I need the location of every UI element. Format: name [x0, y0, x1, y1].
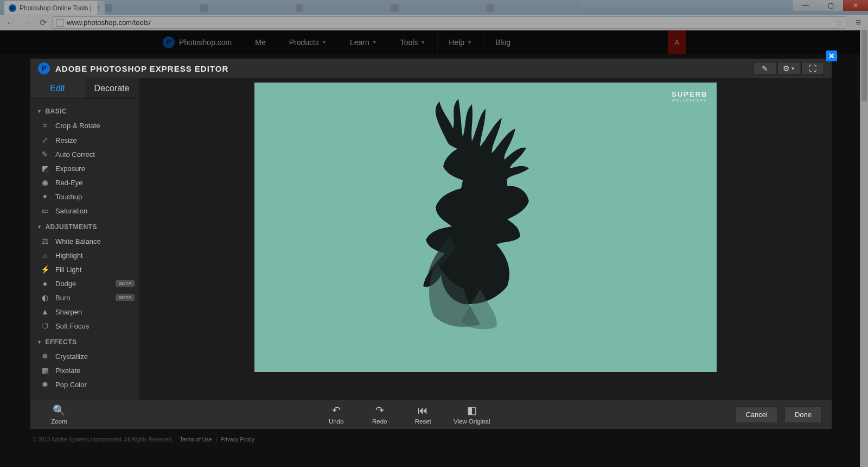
browser-tab-ghost[interactable] [288, 1, 391, 15]
tool-saturation[interactable]: ▭Saturation [36, 204, 137, 218]
undo-icon: ↶ [332, 404, 341, 416]
window-maximize-button[interactable]: ▢ [818, 0, 843, 11]
tool-burn[interactable]: ◐BurnBETA [36, 291, 137, 305]
image-canvas[interactable]: SUPERB WALLPAPERS [254, 83, 717, 372]
chevron-down-icon: ▼ [467, 40, 472, 45]
tool-icon: ◩ [40, 164, 50, 173]
tool-soft-focus[interactable]: ❍Soft Focus [36, 319, 137, 333]
reload-button[interactable]: ⟳ [36, 16, 50, 29]
page-scrollbar[interactable] [860, 30, 868, 467]
cancel-button[interactable]: Cancel [735, 406, 777, 423]
address-bar[interactable]: www.photoshop.com/tools/ ☆ [52, 16, 846, 29]
tool-icon: ✺ [40, 380, 50, 389]
tool-label: Crystallize [55, 352, 88, 361]
undo-button[interactable]: ↶Undo [317, 404, 355, 425]
tab-decorate[interactable]: Decorate [85, 78, 139, 98]
tool-label: Saturation [55, 207, 87, 215]
tool-icon: ❄ [40, 352, 50, 361]
adobe-badge[interactable]: A [668, 30, 686, 54]
group-header[interactable]: ▼ADJUSTMENTS [37, 223, 137, 231]
compare-icon: ◧ [467, 404, 477, 416]
toolbar: ← → ⟳ www.photoshop.com/tools/ ☆ ≡ [0, 15, 868, 30]
header-settings-button[interactable]: ⚙▼ [777, 62, 800, 75]
tool-highlight[interactable]: ☼Highlight [36, 248, 137, 262]
tool-auto-correct[interactable]: ✎Auto Correct [36, 147, 137, 161]
magnifier-icon: 🔍 [53, 404, 66, 416]
tool-pixelate[interactable]: ▦Pixelate [36, 363, 137, 377]
header-fullscreen-button[interactable]: ⛶ [801, 62, 824, 75]
url-text: www.photoshop.com/tools/ [67, 18, 151, 27]
chevron-down-icon: ▼ [37, 109, 42, 114]
deer-artwork [399, 99, 572, 332]
window-controls: — ▢ ✕ [793, 0, 868, 11]
tool-red-eye[interactable]: ◉Red-Eye [36, 175, 137, 190]
tool-scroll[interactable]: ▼BASIC⌗Crop & Rotate⤢Resize✎Auto Correct… [30, 99, 139, 400]
tool-dodge[interactable]: ●DodgeBETA [36, 276, 137, 291]
tab-title: Photoshop Online Tools | [20, 4, 92, 12]
tool-label: Pop Color [55, 381, 87, 389]
back-button[interactable]: ← [3, 16, 17, 29]
nav-help[interactable]: Help▼ [437, 30, 483, 54]
tool-label: Crop & Rotate [55, 122, 100, 130]
tool-icon: ⚖ [40, 237, 50, 245]
nav-me[interactable]: Me [244, 30, 276, 54]
bookmark-icon[interactable]: ☆ [835, 17, 843, 28]
tool-label: White Balance [55, 237, 101, 245]
tool-label: Red-Eye [55, 179, 83, 187]
tool-exposure[interactable]: ◩Exposure [36, 161, 137, 175]
nav-learn[interactable]: Learn▼ [339, 30, 388, 54]
tool-icon: ▦ [40, 366, 50, 375]
browser-tab-ghost[interactable] [384, 1, 487, 15]
tool-icon: ▲ [40, 307, 50, 316]
side-panel: Edit Decorate ▼BASIC⌗Crop & Rotate⤢Resiz… [30, 78, 139, 400]
beta-badge: BETA [116, 294, 135, 301]
tool-touchup[interactable]: ✦Touchup [36, 190, 137, 204]
browser-tab-active[interactable]: P Photoshop Online Tools | × [4, 1, 105, 15]
tool-label: Sharpen [55, 308, 82, 316]
tool-fill-light[interactable]: ⚡Fill Light [36, 262, 137, 276]
page-icon [56, 19, 63, 27]
chevron-down-icon: ▼ [420, 40, 425, 45]
tool-label: Auto Correct [55, 150, 95, 159]
chevron-down-icon: ▼ [37, 224, 42, 230]
site-top-nav: P Photoshop.com Me Products▼ Learn▼ Tool… [0, 30, 860, 54]
nav-blog[interactable]: Blog [484, 30, 521, 54]
done-button[interactable]: Done [784, 406, 822, 423]
tool-icon: ✦ [40, 192, 50, 201]
group-header[interactable]: ▼BASIC [37, 108, 137, 115]
window-minimize-button[interactable]: — [793, 0, 818, 11]
tool-resize[interactable]: ⤢Resize [36, 133, 137, 147]
page-footer: © 2013 Adobe Systems Incorporated. All R… [33, 437, 257, 443]
tab-edit[interactable]: Edit [30, 78, 85, 98]
forward-button[interactable]: → [20, 16, 34, 29]
tool-crystallize[interactable]: ❄Crystallize [36, 349, 137, 363]
zoom-button[interactable]: 🔍Zoom [40, 404, 78, 425]
tool-icon: ◐ [40, 293, 50, 302]
header-tool-button[interactable]: ✎ [754, 62, 776, 75]
tool-crop-rotate[interactable]: ⌗Crop & Rotate [36, 118, 137, 133]
brand-text: Photoshop.com [179, 38, 232, 47]
reset-button[interactable]: ⏮Reset [404, 404, 442, 425]
chrome-menu-icon[interactable]: ≡ [852, 17, 865, 28]
browser-tab-ghost[interactable] [193, 1, 296, 15]
tool-sharpen[interactable]: ▲Sharpen [36, 305, 137, 319]
browser-tab-ghost[interactable] [479, 1, 582, 15]
footer-link-privacy[interactable]: Privacy Policy [221, 437, 254, 443]
redo-button[interactable]: ↷Redo [361, 404, 399, 425]
editor-header: P ADOBE PHOTOSHOP EXPRESS EDITOR ✎ ⚙▼ ⛶ [30, 59, 832, 78]
tool-icon: ▭ [40, 206, 50, 215]
tool-icon: ❍ [40, 321, 50, 330]
nav-products[interactable]: Products▼ [278, 30, 337, 54]
footer-link-terms[interactable]: Terms of Use [180, 437, 212, 443]
group-header[interactable]: ▼EFFECTS [37, 338, 137, 346]
tool-pop-color[interactable]: ✺Pop Color [36, 377, 137, 392]
nav-tools[interactable]: Tools▼ [389, 30, 437, 54]
browser-tab-ghost[interactable] [97, 1, 200, 15]
tool-label: Exposure [55, 165, 85, 173]
tool-label: Dodge [55, 280, 76, 288]
tool-white-balance[interactable]: ⚖White Balance [36, 234, 137, 248]
window-close-button[interactable]: ✕ [843, 0, 868, 11]
view-original-button[interactable]: ◧View Original [448, 404, 496, 425]
site-brand[interactable]: P Photoshop.com [163, 36, 232, 48]
watermark: SUPERB WALLPAPERS [672, 90, 708, 102]
